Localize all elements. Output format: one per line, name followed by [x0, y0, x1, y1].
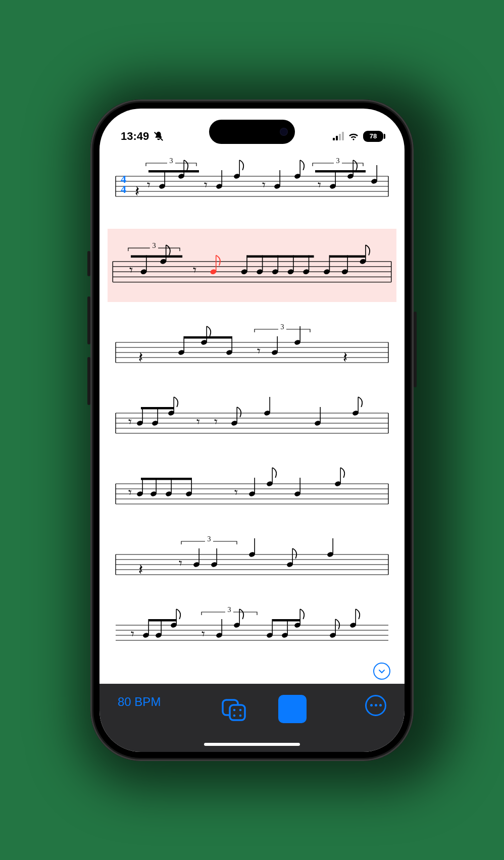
svg-rect-47 [247, 255, 314, 258]
svg-rect-176 [272, 619, 300, 622]
svg-text:3: 3 [336, 158, 340, 165]
svg-text:3: 3 [152, 243, 156, 249]
staff: 𝄾𝄾𝄾 [111, 395, 393, 439]
time-sig-denominator: 4 [121, 183, 126, 195]
svg-rect-13 [315, 170, 366, 173]
status-time: 13:49 [121, 130, 149, 143]
svg-rect-12 [148, 170, 199, 173]
silent-mode-icon [153, 131, 164, 142]
svg-point-203 [233, 714, 235, 717]
stop-button[interactable] [278, 695, 307, 723]
svg-rect-82 [184, 336, 232, 339]
bpm-button[interactable]: 80 BPM [118, 695, 161, 709]
phone-frame: 13:49 78 4433 [90, 99, 414, 761]
cellular-signal-icon [333, 132, 344, 140]
staff: 𝄾𝄾 [111, 466, 393, 510]
dynamic-island [209, 120, 295, 144]
shuffle-button[interactable] [220, 695, 248, 723]
measure[interactable]: 3𝄽𝄾 [111, 536, 393, 581]
svg-rect-200 [230, 705, 245, 720]
measure[interactable]: 3𝄽𝄾𝄽 [111, 324, 393, 369]
svg-rect-46 [131, 255, 182, 258]
svg-text:3: 3 [208, 536, 211, 543]
staff: 3𝄽𝄾𝄽 [111, 324, 393, 369]
svg-point-202 [239, 709, 241, 711]
svg-text:3: 3 [281, 324, 284, 331]
measure[interactable]: 3𝄾𝄾 [111, 607, 393, 644]
staff: 4433𝄽𝄾𝄾𝄾𝄾 [111, 158, 393, 203]
wifi-icon [348, 132, 359, 141]
staff: 3𝄽𝄾 [111, 536, 393, 581]
svg-rect-175 [148, 619, 176, 622]
chevron-down-icon [378, 667, 386, 675]
measure-active[interactable]: 3𝄾𝄾 [108, 229, 396, 302]
scroll-down-button[interactable] [373, 663, 390, 680]
toolbar: 80 BPM [99, 684, 405, 752]
dice-icon [221, 696, 247, 722]
score-scroll-area[interactable]: 4433𝄽𝄾𝄾𝄾𝄾3𝄾𝄾3𝄽𝄾𝄽𝄾𝄾𝄾𝄾𝄾3𝄽𝄾3𝄾𝄾 [99, 149, 405, 684]
svg-rect-128 [141, 478, 191, 480]
battery-percent: 78 [370, 132, 377, 140]
volume-down-button[interactable] [87, 357, 90, 405]
measure[interactable]: 𝄾𝄾 [111, 466, 393, 510]
svg-point-201 [233, 709, 235, 711]
battery-indicator: 78 [363, 131, 383, 142]
front-camera [280, 128, 288, 136]
staff: 3𝄾𝄾 [111, 607, 393, 644]
silent-switch[interactable] [87, 251, 90, 276]
staff: 3𝄾𝄾 [108, 243, 396, 288]
power-button[interactable] [414, 312, 417, 387]
screen: 13:49 78 4433 [99, 109, 405, 752]
more-button[interactable] [365, 695, 386, 716]
home-indicator[interactable] [204, 743, 300, 746]
svg-text:3: 3 [228, 607, 231, 614]
ellipsis-icon [370, 704, 373, 706]
svg-point-204 [239, 714, 241, 717]
volume-up-button[interactable] [87, 296, 90, 344]
measure[interactable]: 4433𝄽𝄾𝄾𝄾𝄾 [111, 158, 393, 203]
svg-text:3: 3 [170, 158, 173, 165]
measure[interactable]: 𝄾𝄾𝄾 [111, 395, 393, 439]
